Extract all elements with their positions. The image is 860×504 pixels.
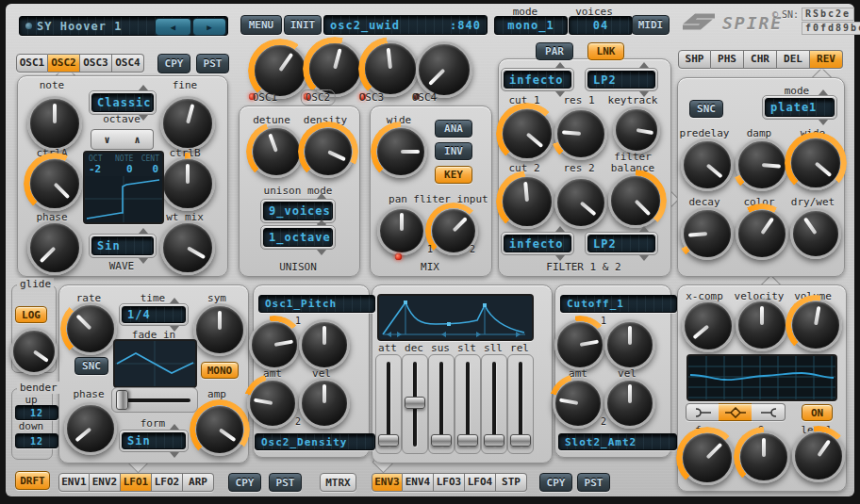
glide-knob[interactable]: [10, 328, 58, 375]
q-knob[interactable]: [737, 431, 790, 483]
osc-wave2-select[interactable]: Sin: [89, 234, 157, 258]
filter1-type-select[interactable]: LP2: [585, 68, 658, 91]
select-up-icon[interactable]: [317, 219, 326, 225]
lfo-time-select[interactable]: 1/4: [119, 303, 189, 326]
matrix-button[interactable]: MTRX: [320, 473, 356, 492]
tab-phaser[interactable]: PHS: [711, 50, 744, 69]
unison-octave-select[interactable]: 1_octave: [260, 225, 336, 250]
slope-level-slider[interactable]: [481, 354, 507, 454]
amp-knob[interactable]: [193, 403, 246, 456]
drywet-knob[interactable]: [790, 208, 841, 259]
select-down-icon[interactable]: [819, 120, 828, 125]
fadein-slider[interactable]: [111, 387, 198, 413]
select-up-icon[interactable]: [139, 85, 148, 90]
select-up-icon[interactable]: [317, 193, 326, 199]
slot1-amt-knob[interactable]: [249, 319, 300, 370]
select-up-icon[interactable]: [555, 62, 565, 68]
osc1-level-knob[interactable]: [252, 42, 308, 99]
xcomp-knob[interactable]: [682, 300, 735, 352]
level-knob[interactable]: [792, 430, 845, 482]
tab-shaper[interactable]: SHP: [678, 50, 711, 69]
decay-slider[interactable]: [402, 354, 428, 454]
ctrla-knob[interactable]: [27, 156, 82, 211]
select-down-icon[interactable]: [170, 452, 179, 458]
cut1-knob[interactable]: [500, 106, 554, 161]
fadein-slider-handle[interactable]: [116, 390, 128, 410]
lfo-form-select[interactable]: Sin: [119, 430, 189, 452]
ana-button[interactable]: ANA: [435, 120, 472, 138]
key-button[interactable]: KEY: [435, 166, 472, 184]
tab-osc2[interactable]: OSC2: [48, 54, 80, 73]
fx-wide-knob[interactable]: [788, 136, 843, 190]
sym-knob[interactable]: [193, 303, 246, 356]
slot3-amt-knob[interactable]: [554, 319, 605, 370]
wtmix-knob[interactable]: [160, 220, 215, 275]
slope-level-slider-handle[interactable]: [484, 434, 504, 447]
filter2-type-select[interactable]: LP2: [585, 232, 658, 255]
rate-knob[interactable]: [64, 302, 117, 355]
lfo-mono-button[interactable]: MONO: [201, 362, 239, 379]
density-knob[interactable]: [302, 125, 355, 178]
filter1-model-select[interactable]: infecto: [501, 68, 574, 91]
drift-button[interactable]: DRFT: [15, 471, 50, 490]
osc2-level-knob[interactable]: [306, 41, 363, 97]
select-up-icon[interactable]: [170, 424, 179, 430]
wide-knob[interactable]: [374, 125, 427, 178]
par-button[interactable]: PAR: [536, 42, 573, 60]
octave-up-button[interactable]: ∧: [122, 129, 154, 150]
reverb-mode-select[interactable]: plate1: [762, 95, 837, 120]
glide-log-button[interactable]: LOG: [15, 306, 47, 323]
slot1-target-display[interactable]: Osc1_Pitch: [258, 295, 375, 313]
select-up-icon[interactable]: [170, 298, 179, 303]
fadein-slider-track[interactable]: [119, 398, 190, 402]
decay-knob[interactable]: [681, 207, 734, 260]
eq-peak-button[interactable]: [719, 403, 752, 421]
voices-value-display[interactable]: 04: [569, 16, 633, 35]
tab-lfo1[interactable]: LFO1: [121, 473, 152, 492]
select-down-icon[interactable]: [139, 258, 148, 264]
lfo-sync-button[interactable]: SNC: [74, 357, 108, 375]
detune-knob[interactable]: [250, 125, 303, 178]
preset-next-button[interactable]: ▶: [192, 18, 226, 36]
osc-copy-button[interactable]: CPY: [157, 54, 190, 73]
slot4-vel-knob[interactable]: [604, 378, 655, 429]
velocity-knob[interactable]: [736, 299, 788, 351]
lnk-button[interactable]: LNK: [587, 42, 624, 60]
slot4-target-display[interactable]: Slot2_Amt2: [558, 433, 677, 450]
note-knob[interactable]: [27, 96, 82, 151]
res2-knob[interactable]: [554, 176, 607, 229]
tab-lfo2[interactable]: LFO2: [152, 473, 183, 492]
select-down-icon[interactable]: [639, 255, 649, 261]
color-knob[interactable]: [736, 207, 788, 260]
release-slider-handle[interactable]: [510, 434, 531, 447]
sustain-slider-handle[interactable]: [431, 434, 452, 447]
mod-paste-button[interactable]: PST: [269, 473, 302, 492]
filter-balance-knob[interactable]: [608, 173, 663, 228]
slope-time-slider[interactable]: [455, 354, 481, 454]
osc-phase-knob[interactable]: [27, 220, 82, 275]
slot2-amt-knob[interactable]: [247, 378, 298, 429]
init-button[interactable]: INIT: [284, 15, 322, 35]
env-copy-button[interactable]: CPY: [539, 473, 572, 492]
tab-lfo4[interactable]: LFO4: [465, 473, 496, 492]
slot3-target-display[interactable]: Cutoff_1: [560, 295, 677, 313]
pan-knob[interactable]: [377, 206, 426, 255]
slope-time-slider-handle[interactable]: [457, 434, 478, 447]
osc4-level-knob[interactable]: [416, 41, 472, 98]
select-up-icon[interactable]: [555, 226, 565, 232]
bender-up-value[interactable]: 12: [15, 405, 58, 420]
lfo-phase-knob[interactable]: [64, 402, 117, 455]
env-paste-button[interactable]: PST: [577, 473, 610, 492]
attack-slider[interactable]: [375, 354, 402, 454]
tab-env1[interactable]: ENV1: [58, 473, 90, 492]
fine-knob[interactable]: [160, 96, 215, 151]
tab-osc1[interactable]: OSC1: [16, 54, 48, 73]
midi-button[interactable]: MIDI: [632, 15, 670, 35]
decay-slider-handle[interactable]: [405, 397, 425, 409]
slot2-vel-knob[interactable]: [299, 378, 350, 429]
select-up-icon[interactable]: [639, 62, 649, 68]
select-down-icon[interactable]: [317, 250, 326, 255]
res1-knob[interactable]: [554, 107, 607, 160]
slot2-target-display[interactable]: Osc2_Density: [255, 433, 375, 450]
frq-knob[interactable]: [680, 431, 735, 485]
